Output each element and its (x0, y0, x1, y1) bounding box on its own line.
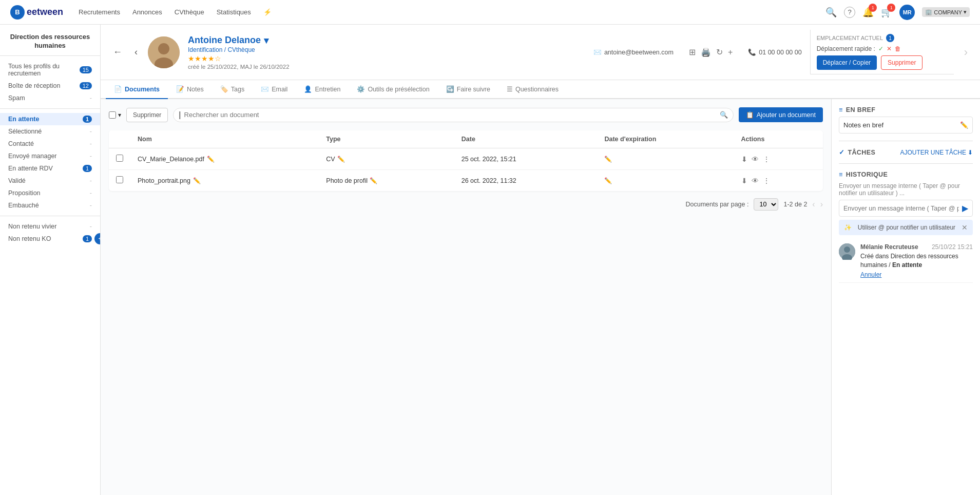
plus-icon[interactable]: + (728, 48, 733, 57)
row1-download-button[interactable]: ⬇ (741, 155, 747, 163)
per-page-select[interactable]: 10 (754, 198, 778, 211)
row2-expiry-edit-icon[interactable]: ✏️ (604, 177, 612, 184)
sidebar-item-non-retenu-vivier[interactable]: Non retenu vivier - (0, 220, 100, 233)
placement-quick: Déplacement rapide : ✓ ✕ 🗑 (817, 45, 948, 52)
th-checkbox (109, 130, 130, 148)
row1-checkbox[interactable] (116, 155, 123, 162)
placement-title-text: EMPLACEMENT ACTUEL (817, 35, 883, 41)
row1-edit-icon[interactable]: ✏️ (207, 156, 215, 163)
logo[interactable]: B eetween (10, 5, 63, 20)
sidebar-item-tous[interactable]: Tous les profils du recrutemen 15 (0, 60, 100, 80)
tab-preselection[interactable]: ⚙️ Outils de présélection (349, 80, 437, 99)
notes-edit-icon[interactable]: ✏️ (960, 121, 968, 129)
tab-documents[interactable]: 📄 Documents (106, 80, 168, 99)
candidate-avatar (148, 36, 180, 68)
add-task-link[interactable]: AJOUTER UNE TÂCHE ⬇ (900, 149, 973, 156)
history-time: 25/10/22 15:21 (932, 243, 973, 251)
prev-page-icon[interactable]: ‹ (812, 200, 815, 209)
row2-type-edit-icon[interactable]: ✏️ (370, 177, 377, 184)
refresh-icon[interactable]: ↻ (716, 47, 723, 57)
history-cancel-link[interactable]: Annuler (860, 271, 881, 278)
next-page-icon[interactable]: › (820, 200, 823, 209)
row2-type-cell: Photo de profil ✏️ (319, 170, 454, 192)
faire-suivre-tab-label: Faire suivre (457, 86, 490, 93)
row2-edit-icon[interactable]: ✏️ (193, 177, 201, 184)
print-icon[interactable]: 🖨️ (701, 47, 711, 57)
nav-statistiques[interactable]: Statistiques (217, 8, 251, 16)
help-icon[interactable]: ? (844, 7, 855, 18)
row1-expiry-edit-icon[interactable]: ✏️ (604, 156, 612, 163)
row1-more-button[interactable]: ⋮ (763, 155, 770, 163)
sidebar-item-contacte[interactable]: Contacté - (0, 138, 100, 150)
sidebar-dash-valide: - (90, 177, 92, 184)
topnav: B eetween Recrutements Annonces CVthèque… (0, 0, 980, 25)
delete-placement-button[interactable]: Supprimer (881, 55, 923, 70)
row1-name-link[interactable]: CV_Marie_Delanoe.pdf ✏️ (138, 156, 312, 163)
delete-button[interactable]: Supprimer (126, 108, 168, 122)
sidebar-item-en-attente-rdv[interactable]: En attente RDV 1 (0, 162, 100, 175)
tab-entretien[interactable]: 👤 Entretien (296, 80, 349, 99)
candidate-dropdown-icon[interactable]: ▾ (264, 35, 268, 46)
cart-icon[interactable]: 🛒 1 (881, 7, 892, 18)
sidebar-item-valide[interactable]: Validé - (0, 175, 100, 187)
placement-check-icon[interactable]: ✓ (878, 45, 883, 52)
send-message-icon[interactable]: ▶ (962, 203, 968, 213)
row1-name-cell: CV_Marie_Delanoe.pdf ✏️ (130, 148, 319, 170)
sidebar-label-contacte: Contacté (8, 140, 90, 147)
sidebar-item-non-retenu-ko[interactable]: Non retenu KO 1 + (0, 233, 100, 245)
checkbox-dropdown-icon[interactable]: ▾ (118, 111, 121, 119)
select-all-checkbox[interactable] (109, 111, 116, 119)
placement-trash-icon[interactable]: 🗑 (895, 45, 901, 52)
add-document-button[interactable]: 📋 Ajouter un document (739, 107, 823, 122)
row2-actions: ⬇ 👁 ⋮ (741, 177, 816, 185)
row2-more-button[interactable]: ⋮ (763, 177, 770, 185)
tab-notes[interactable]: 📝 Notes (168, 80, 212, 99)
row1-type-edit-icon[interactable]: ✏️ (337, 156, 345, 163)
row2-name-link[interactable]: Photo_portrait.png ✏️ (138, 177, 312, 184)
sidebar-title: Direction des ressources humaines (0, 33, 100, 56)
grid-icon[interactable]: ⊞ (689, 47, 696, 57)
sidebar-label-valide: Validé (8, 177, 90, 184)
candidate-link[interactable]: Identification / CVthèque (188, 46, 585, 53)
historique-title: ≡ HISTORIQUE (839, 171, 973, 178)
search-icon[interactable]: 🔍 (825, 7, 837, 18)
hint-close-icon[interactable]: ✕ (962, 223, 968, 232)
cursor-icon: | (179, 110, 181, 120)
nav-recrutements[interactable]: Recrutements (79, 8, 120, 16)
notifications-icon[interactable]: 🔔 1 (862, 7, 874, 18)
blue-dot-icon[interactable]: + (94, 233, 101, 244)
tab-tags[interactable]: 🏷️ Tags (212, 80, 253, 99)
row2-view-button[interactable]: 👁 (752, 177, 759, 185)
placement-x-icon[interactable]: ✕ (887, 45, 892, 52)
search-docs-icon[interactable]: 🔍 (720, 111, 728, 119)
row1-view-button[interactable]: 👁 (752, 155, 759, 163)
sidebar-item-embauche[interactable]: Embauché - (0, 199, 100, 212)
move-copy-button[interactable]: Déplacer / Copier (817, 55, 877, 70)
tab-faire-suivre[interactable]: ↪️ Faire suivre (438, 80, 498, 99)
search-input[interactable] (184, 111, 717, 119)
row2-download-button[interactable]: ⬇ (741, 177, 747, 185)
sidebar-item-envoye-manager[interactable]: Envoyé manager - (0, 150, 100, 162)
tab-questionnaires[interactable]: ☰ Questionnaires (498, 80, 567, 99)
company-logo[interactable]: 🏢 COMPANY ▾ (922, 7, 970, 17)
sidebar-item-spam[interactable]: Spam - (0, 92, 100, 104)
sidebar-item-en-attente[interactable]: En attente 1 (0, 113, 100, 125)
nav-annonces[interactable]: Annonces (132, 8, 162, 16)
historique-input[interactable] (843, 205, 959, 212)
sidebar-item-selectionne[interactable]: Sélectionné - (0, 125, 100, 138)
back-arrow-icon[interactable]: ← (111, 45, 124, 60)
placement-buttons: Déplacer / Copier Supprimer (817, 55, 948, 70)
row2-checkbox[interactable] (116, 176, 123, 183)
sidebar-dash-selectionne: - (90, 128, 92, 135)
sidebar-item-proposition[interactable]: Proposition - (0, 187, 100, 199)
prev-arrow-icon[interactable]: ‹ (132, 45, 140, 60)
sidebar-item-boite[interactable]: Boîte de réception 12 (0, 80, 100, 92)
nav-cvtheque[interactable]: CVthèque (175, 8, 204, 16)
sidebar-label-non-retenu-ko: Non retenu KO (8, 235, 83, 242)
row1-checkbox-cell (109, 148, 130, 170)
user-avatar[interactable]: MR (899, 5, 915, 20)
tab-email[interactable]: ✉️ Email (253, 80, 296, 99)
next-arrow-icon[interactable]: › (962, 44, 970, 61)
row1-actions-cell: ⬇ 👁 ⋮ (734, 148, 823, 170)
nav-flash[interactable]: ⚡ (263, 8, 272, 16)
